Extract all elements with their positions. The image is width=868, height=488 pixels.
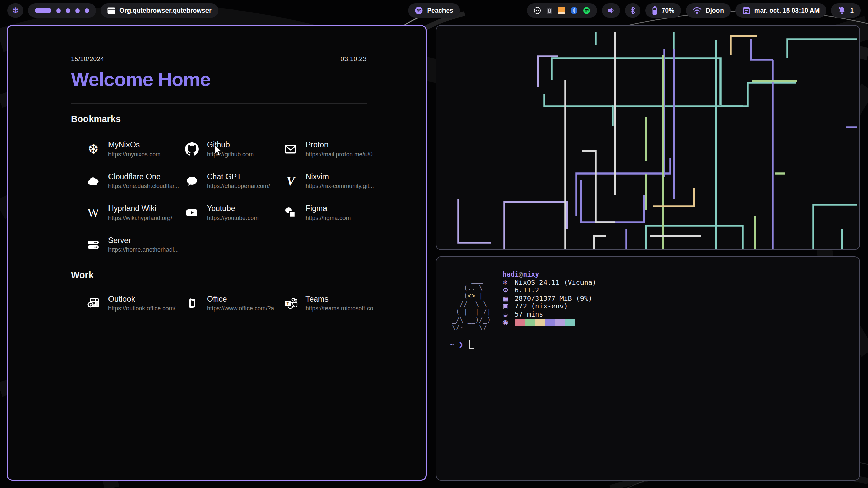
bookmark-mynixos[interactable]: ❆ MyNixOs https://mynixos.com <box>86 139 184 160</box>
launcher-button[interactable]: ❆ <box>7 3 23 18</box>
battery-icon <box>652 6 657 15</box>
bookmark-nixvim[interactable]: V Nixvim https://nix-community.git... <box>283 170 382 191</box>
startpage-time: 03:10:23 <box>341 55 367 63</box>
pipes-screensaver <box>436 26 859 249</box>
workspace-dot[interactable] <box>75 8 80 13</box>
section-title-work: Work <box>71 270 367 281</box>
bookmark-figma[interactable]: Figma https://figma.com <box>283 202 382 223</box>
clock-text: mar. oct. 15 03:10 AM <box>754 7 820 14</box>
goggles-tray-icon[interactable] <box>534 7 541 14</box>
volume-module[interactable] <box>602 3 620 18</box>
workspace-dot[interactable] <box>85 8 89 13</box>
palette-swatch <box>525 319 535 326</box>
wifi-icon <box>693 7 702 14</box>
speaker-icon <box>607 7 615 14</box>
prompt-symbol: ❯ <box>458 340 464 348</box>
fetch-host: nixy <box>523 270 539 279</box>
bookmark-outlook[interactable]: Outlook https://outlook.office.com/... <box>86 293 184 314</box>
downloads-tray-icon[interactable] <box>558 7 565 14</box>
fastfetch-info: hadi@nixy ❄NixOS 24.11 (Vicuna) ⚙6.11.2 … <box>502 270 596 326</box>
packages-icon: ▣ <box>502 302 515 310</box>
divider <box>71 103 367 104</box>
fetch-row-kernel: ⚙6.11.2 <box>502 286 596 294</box>
vim-icon: V <box>283 174 298 188</box>
spotify-tray-icon[interactable] <box>583 7 590 14</box>
kernel-icon: ⚙ <box>502 286 515 294</box>
memory-icon: ▦ <box>502 294 515 303</box>
media-player-module[interactable]: Peaches <box>408 3 460 18</box>
bookmark-server[interactable]: Server https://home.anotherhadi... <box>86 234 184 255</box>
pipes-terminal-window <box>436 25 860 250</box>
palette-swatch <box>535 319 545 326</box>
bookmark-cloudflare-one[interactable]: Cloudflare One https://one.dash.cloudfla… <box>86 170 184 191</box>
fetch-row-packages: ▣772 (nix-env) <box>502 302 596 310</box>
bookmark-office[interactable]: Office https://www.office.com/?a... <box>184 293 283 314</box>
bookmark-chatgpt[interactable]: Chat GPT https://chat.openai.com/ <box>184 170 283 191</box>
bell-icon <box>838 6 846 15</box>
bluetooth-module[interactable] <box>625 3 640 18</box>
terminal-cursor <box>469 340 474 349</box>
fetch-userhost: hadi@nixy <box>502 270 596 279</box>
chat-bubble-icon <box>184 174 199 188</box>
figma-icon <box>283 205 298 220</box>
svg-text:T: T <box>287 301 289 306</box>
palette-swatch <box>545 319 555 326</box>
startpage-date: 15/10/2024 <box>71 55 104 63</box>
media-title: Peaches <box>427 7 453 14</box>
nixos-logo-icon: ❆ <box>12 6 19 15</box>
cloud-icon <box>86 174 101 188</box>
keepassxc-tray-icon[interactable] <box>546 7 553 14</box>
bookmark-teams[interactable]: T Teams https://teams.microsoft.co... <box>283 293 382 314</box>
prompt-path: ~ <box>450 340 454 348</box>
bookmark-proton[interactable]: Proton https://mail.proton.me/u/0... <box>283 139 382 160</box>
palette-icon: ◉ <box>502 318 515 326</box>
bookmark-youtube[interactable]: Youtube https://youtube.com <box>184 202 283 223</box>
workspace-dot[interactable] <box>66 8 70 13</box>
fetch-row-palette: ◉ <box>502 318 596 326</box>
notification-count: 1 <box>850 7 854 14</box>
palette-swatch <box>565 319 575 326</box>
bluetooth-tray-icon[interactable] <box>570 7 578 14</box>
office-icon <box>184 296 199 311</box>
bluetooth-icon <box>630 6 635 15</box>
workspace-dot[interactable] <box>56 8 61 13</box>
bookmark-hyprland-wiki[interactable]: W Hyprland Wiki https://wiki.hyprland.or… <box>86 202 184 223</box>
color-palette <box>515 319 575 326</box>
spotify-icon <box>415 6 423 15</box>
fetch-row-uptime: ☕57 mins <box>502 310 596 319</box>
network-module[interactable]: Djoon <box>686 3 731 18</box>
palette-swatch <box>515 319 525 326</box>
status-bar: ❆ Org.qutebrowser.qutebrowser Peac <box>7 3 861 18</box>
uptime-icon: ☕ <box>502 310 515 319</box>
fastfetch-ascii-art: ___ (.. \ (<> | // \ \ ( | | /|_/\ __)/_… <box>452 276 491 332</box>
snowflake-icon: ❄ <box>502 279 515 287</box>
palette-swatch <box>555 319 565 326</box>
section-title-bookmarks: Bookmarks <box>71 114 367 124</box>
youtube-icon <box>184 205 199 220</box>
clock-module[interactable]: mar. oct. 15 03:10 AM <box>735 3 827 18</box>
server-icon <box>86 237 101 252</box>
window-icon <box>107 7 115 14</box>
wikipedia-icon: W <box>86 205 101 220</box>
notifications-module[interactable]: 1 <box>831 3 861 18</box>
workspace-switcher[interactable] <box>28 3 96 18</box>
fetch-user: hadi <box>502 270 519 279</box>
focused-window-module[interactable]: Org.qutebrowser.qutebrowser <box>101 3 218 18</box>
bookmark-github[interactable]: Github https://github.com <box>184 139 283 160</box>
fetch-row-memory: ▦2870/31377 MiB (9%) <box>502 294 596 303</box>
envelope-icon <box>283 142 298 157</box>
battery-percent: 70% <box>662 7 674 14</box>
network-ssid: Djoon <box>706 7 724 14</box>
shell-prompt[interactable]: ~ ❯ <box>450 340 474 349</box>
system-tray <box>527 3 597 18</box>
fetch-row-os: ❄NixOS 24.11 (Vicuna) <box>502 279 596 287</box>
work-grid: Outlook https://outlook.office.com/... O… <box>71 293 367 314</box>
nixos-icon: ❆ <box>86 142 101 157</box>
outlook-icon <box>86 296 101 311</box>
github-icon <box>184 142 199 157</box>
fetch-terminal-window: ___ (.. \ (<> | // \ \ ( | | /|_/\ __)/_… <box>436 256 860 481</box>
battery-module[interactable]: 70% <box>645 3 681 18</box>
calendar-icon <box>742 6 750 15</box>
workspace-active[interactable] <box>35 8 51 13</box>
mouse-cursor <box>214 145 224 157</box>
